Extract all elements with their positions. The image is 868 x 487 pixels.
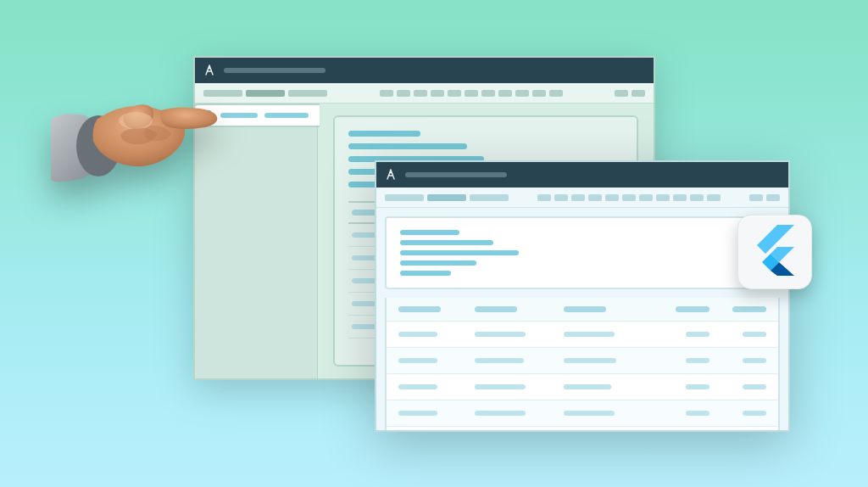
table-row — [387, 321, 778, 347]
titlebar — [376, 162, 788, 188]
cell-placeholder — [686, 358, 709, 363]
toolbar-button[interactable] — [414, 90, 427, 97]
svg-point-6 — [76, 115, 120, 176]
toolbar-left-group — [385, 194, 509, 201]
heading-placeholder — [348, 131, 420, 137]
sidebar-tab-secure[interactable] — [193, 104, 320, 127]
toolbar-button[interactable] — [707, 194, 721, 201]
toolbar-button[interactable] — [656, 194, 670, 201]
cell-placeholder — [564, 411, 615, 416]
toolbar-left-group — [203, 90, 327, 97]
app-logo-icon — [203, 64, 215, 76]
cell-placeholder — [475, 411, 526, 416]
cell-placeholder — [398, 332, 437, 337]
toolbar-button[interactable] — [515, 90, 529, 97]
toolbar-button[interactable] — [571, 194, 585, 201]
cell-placeholder — [686, 384, 709, 389]
toolbar-item[interactable] — [470, 194, 509, 201]
title-placeholder — [224, 68, 326, 73]
column-header — [475, 306, 517, 312]
toolbar-item[interactable] — [288, 90, 327, 97]
cell-placeholder — [686, 332, 709, 337]
toolbar-button[interactable] — [588, 194, 602, 201]
cell-placeholder — [564, 384, 611, 389]
toolbar-end-group — [615, 90, 645, 97]
toolbar-button[interactable] — [749, 194, 763, 201]
column-header — [732, 306, 766, 312]
cell-placeholder — [475, 332, 526, 337]
toolbar-button[interactable] — [673, 194, 687, 201]
toolbar-button[interactable] — [397, 90, 410, 97]
toolbar-button[interactable] — [622, 194, 636, 201]
cell-placeholder — [743, 384, 766, 389]
toolbar-button[interactable] — [632, 90, 645, 97]
header-card — [385, 216, 780, 289]
toolbar-right-group — [380, 90, 563, 97]
toolbar-end-group — [749, 194, 780, 201]
toolbar-item[interactable] — [427, 194, 466, 201]
title-placeholder — [405, 172, 507, 177]
cell-placeholder — [743, 358, 766, 363]
app-logo-icon — [385, 169, 397, 181]
cell-placeholder — [398, 358, 437, 363]
toolbar-button[interactable] — [465, 90, 478, 97]
foreground-app-window — [375, 160, 790, 432]
toolbar — [195, 83, 654, 104]
table-row — [387, 373, 778, 400]
cell-placeholder — [398, 384, 437, 389]
text-placeholder — [400, 250, 519, 255]
cell-placeholder — [743, 411, 766, 416]
table-row — [387, 426, 778, 430]
cell-placeholder — [564, 358, 616, 363]
text-placeholder — [348, 143, 467, 149]
text-placeholder — [400, 271, 451, 276]
toolbar-button[interactable] — [481, 90, 495, 97]
column-header — [676, 306, 709, 312]
cell-placeholder — [743, 332, 766, 337]
content-area — [376, 208, 788, 430]
cell-placeholder — [398, 411, 437, 416]
lock-icon — [203, 109, 214, 121]
tab-label-placeholder — [220, 113, 258, 118]
text-placeholder — [400, 240, 493, 245]
toolbar-button[interactable] — [448, 90, 461, 97]
toolbar-right-group — [537, 194, 721, 201]
table-row — [387, 400, 778, 426]
column-header — [564, 306, 606, 312]
toolbar — [376, 188, 788, 208]
tab-label-placeholder — [264, 113, 309, 118]
toolbar-item[interactable] — [203, 90, 242, 97]
toolbar-button[interactable] — [537, 194, 551, 201]
table-header — [387, 298, 778, 321]
table — [385, 298, 780, 430]
cell-placeholder — [564, 332, 615, 337]
toolbar-button[interactable] — [639, 194, 653, 201]
flutter-logo-badge — [737, 215, 812, 289]
toolbar-button[interactable] — [532, 90, 546, 97]
cell-placeholder — [475, 358, 524, 363]
heading-placeholder — [400, 230, 459, 235]
toolbar-button[interactable] — [605, 194, 619, 201]
svg-point-7 — [119, 112, 153, 129]
toolbar-button[interactable] — [554, 194, 568, 201]
toolbar-item[interactable] — [385, 194, 424, 201]
svg-rect-0 — [205, 115, 213, 120]
flutter-logo-icon — [754, 225, 796, 279]
toolbar-button[interactable] — [380, 90, 393, 97]
sidebar — [195, 104, 318, 378]
cell-placeholder — [475, 384, 526, 389]
cell-placeholder — [686, 411, 709, 416]
toolbar-button[interactable] — [615, 90, 628, 97]
titlebar — [195, 58, 654, 83]
column-header — [398, 306, 441, 312]
toolbar-button[interactable] — [690, 194, 704, 201]
toolbar-button[interactable] — [766, 194, 780, 201]
toolbar-button[interactable] — [549, 90, 563, 97]
toolbar-button[interactable] — [431, 90, 444, 97]
toolbar-item[interactable] — [246, 90, 285, 97]
table-row — [387, 347, 778, 373]
toolbar-button[interactable] — [498, 90, 512, 97]
text-placeholder — [400, 260, 476, 266]
